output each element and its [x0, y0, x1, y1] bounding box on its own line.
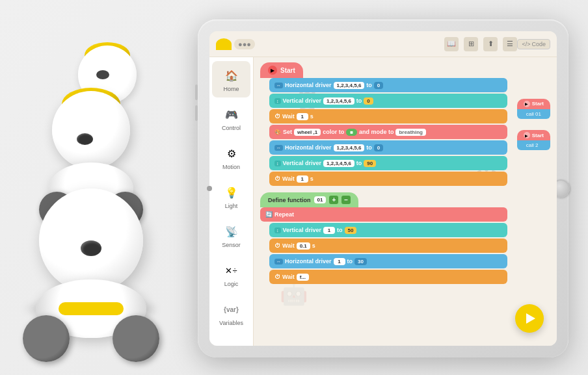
scene: ●●● 📖 ⊞ ⬆ ☰ </> Code — [0, 0, 588, 375]
code-label: Code — [531, 41, 546, 47]
color-label: color to — [323, 129, 344, 135]
block-vertical-2[interactable]: ↕ Vertical driver 1,2,3,4,5,6 to 90 — [269, 156, 507, 170]
variables-label: Variables — [219, 320, 243, 326]
function-icon: fx — [222, 339, 241, 346]
block-h-driver-repeat[interactable]: ↔ Horizontal driver 1 to 30 — [269, 254, 507, 268]
block-wait-partial[interactable]: ⏱ Wait f... — [269, 270, 507, 284]
h-driver-seq-1: 1,2,3,4,5,6 — [334, 82, 365, 89]
minus-icon[interactable]: − — [341, 196, 351, 204]
to-label-2: to — [366, 144, 372, 151]
repeat-icon: 🔄 — [265, 211, 273, 218]
mini-blocks: ▶ Start call 01 ▶ Start — [517, 96, 550, 159]
sidebar: 🏠 Home 🎮 Control ⚙ Motion 💡 Light — [209, 57, 254, 346]
v-driver-label-2: Vertical driver — [283, 160, 322, 166]
mini-call-2[interactable]: call 2 — [517, 140, 550, 150]
home-icon: 🏠 — [222, 66, 241, 84]
robot-large-wheel-left — [23, 315, 70, 362]
block-wait-1[interactable]: ⏱ Wait 1 s — [269, 109, 507, 123]
block-horizontal-2[interactable]: ↔ Horizontal driver 1,2,3,4,5,6 to 0 — [269, 140, 507, 155]
mini-call-label-2: call 2 — [526, 142, 539, 148]
wait-label-4: Wait — [282, 274, 295, 280]
block-horizontal-1[interactable]: ↔ Horizontal driver 1,2,3,4,5,6 to 0 — [269, 78, 507, 92]
clock-icon: ⏱ — [274, 113, 280, 120]
book-icon[interactable]: 📖 — [444, 37, 459, 51]
mini-start-label-1: Start — [532, 101, 544, 107]
grid-icon[interactable]: ⊞ — [464, 37, 478, 51]
repeat-label: Repeat — [274, 211, 294, 218]
motion-icon: ⚙ — [222, 144, 241, 162]
light-icon: 💡 — [222, 183, 241, 201]
h-driver-repeat: Horizontal driver — [285, 258, 332, 265]
start-block[interactable]: ▶ Start — [260, 62, 303, 78]
block-repeat[interactable]: 🔄 Repeat — [260, 207, 507, 222]
app-body: 🏠 Home 🎮 Control ⚙ Motion 💡 Light — [209, 57, 557, 346]
color-swatch[interactable]: ■ — [346, 129, 357, 136]
to-label-v1: to — [356, 97, 362, 104]
clock-icon-4: ⏱ — [274, 274, 280, 280]
canvas-area: ⚙ ⚙ 🤖 ▶ Start ↔ — [254, 57, 557, 346]
block-wait-01[interactable]: ⏱ Wait 0.1 s — [269, 239, 507, 253]
v-driver-repeat: Vertical driver — [283, 227, 322, 233]
sidebar-item-logic[interactable]: ✕÷ Logic — [212, 256, 250, 292]
logo-hat-icon — [216, 38, 232, 50]
list-icon[interactable]: ☰ — [503, 37, 517, 51]
start-trigger-icon: ▶ — [268, 66, 277, 75]
home-label: Home — [223, 86, 239, 92]
robot-group — [20, 39, 215, 338]
app-logo: ●●● — [216, 38, 255, 50]
breathing-val: breathing — [395, 129, 425, 136]
h-driver-label-1: Horizontal driver — [285, 82, 332, 88]
block-set-color[interactable]: 🎨 Set wheel ,1 color to ■ and mode to br… — [269, 125, 507, 139]
ipad-screen: ●●● 📖 ⊞ ⬆ ☰ </> Code — [209, 31, 557, 346]
mini-call-1[interactable]: call 01 — [517, 109, 550, 119]
sensor-icon: 📡 — [222, 222, 241, 240]
block-wait-2[interactable]: ⏱ Wait 1 s — [269, 172, 507, 186]
block-group-define: Define function 01 + − 🔄 Repeat — [260, 192, 507, 284]
mini-group-2: ▶ Start call 2 — [517, 128, 550, 151]
robot-eye — [96, 70, 109, 79]
wait-label-3: Wait — [282, 242, 295, 249]
v-50: 50 — [345, 227, 357, 234]
sidebar-item-sensor[interactable]: 📡 Sensor — [212, 217, 250, 253]
blocks-container: ▶ Start ↔ Horizontal driver 1,2,3,4,5,6 … — [260, 62, 507, 291]
ipad: ●●● 📖 ⊞ ⬆ ☰ </> Code — [198, 19, 568, 357]
robot-large-eye — [81, 240, 101, 256]
set-label: Set — [283, 129, 292, 135]
mode-label: and mode to — [359, 129, 394, 135]
v-driver-val-1: 0 — [364, 97, 373, 105]
v-val-1: 1 — [323, 227, 335, 234]
code-brackets: </> — [522, 41, 530, 47]
define-block[interactable]: Define function 01 + − — [260, 192, 358, 207]
to-label-1: to — [366, 82, 372, 88]
robot-mid-body-top — [52, 91, 130, 169]
robot-mid-eye — [77, 133, 93, 145]
sidebar-item-variables[interactable]: {var} Variables — [212, 295, 250, 331]
clock-icon-2: ⏱ — [274, 175, 280, 182]
header-icons: 📖 ⊞ ⬆ ☰ — [444, 37, 517, 51]
block-group-start: ▶ Start ↔ Horizontal driver 1,2,3,4,5,6 … — [260, 62, 507, 186]
logic-icon: ✕÷ — [222, 261, 241, 279]
sidebar-item-control[interactable]: 🎮 Control — [212, 100, 250, 136]
upload-icon[interactable]: ⬆ — [483, 37, 498, 51]
control-icon: 🎮 — [222, 105, 241, 123]
block-v-driver-repeat[interactable]: ↕ Vertical driver 1 to 50 — [269, 223, 507, 237]
wait-s-3: s — [312, 242, 315, 249]
block-vertical-1[interactable]: ↕ Vertical driver 1,2,3,4,5,6 to 0 — [269, 94, 507, 108]
h-driver-label-2: Horizontal driver — [285, 144, 332, 151]
code-button[interactable]: </> Code — [517, 39, 550, 49]
sidebar-item-function[interactable]: fx Function — [212, 334, 250, 346]
mini-start-1[interactable]: ▶ Start — [517, 99, 550, 109]
sidebar-item-light[interactable]: 💡 Light — [212, 178, 250, 214]
mini-start-label-2: Start — [532, 133, 544, 138]
play-button[interactable] — [515, 304, 544, 333]
mini-start-2[interactable]: ▶ Start — [517, 130, 550, 140]
mini-trigger-2: ▶ — [524, 132, 530, 138]
logic-label: Logic — [224, 281, 239, 287]
plus-icon[interactable]: + — [329, 196, 338, 204]
play-triangle-icon — [526, 313, 535, 324]
sidebar-item-motion[interactable]: ⚙ Motion — [212, 139, 250, 175]
mini-group-1: ▶ Start call 01 — [517, 96, 550, 119]
motion-label: Motion — [222, 164, 240, 170]
arrow-icon: ↔ — [274, 83, 283, 88]
sidebar-item-home[interactable]: 🏠 Home — [212, 61, 250, 97]
